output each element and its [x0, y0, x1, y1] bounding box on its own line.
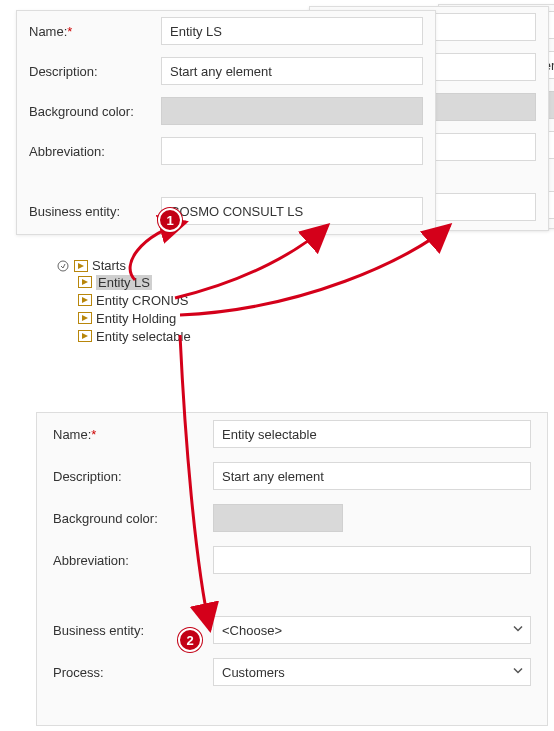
- tree-item-label: Entity CRONUS: [96, 293, 188, 308]
- chevron-down-icon: [512, 665, 524, 680]
- description-label: Description:: [53, 469, 213, 484]
- tree-root[interactable]: Starts: [56, 258, 191, 273]
- process-label: Process:: [53, 665, 213, 680]
- description-field[interactable]: [161, 57, 423, 85]
- bgcolor-label: Background color:: [29, 104, 161, 119]
- svg-point-0: [58, 261, 68, 271]
- tree-item-label: Entity LS: [96, 275, 152, 290]
- business-entity-field[interactable]: [161, 197, 423, 225]
- bgcolor-swatch[interactable]: [161, 97, 423, 125]
- name-label: Name:*: [29, 24, 161, 39]
- tree-view: Starts Entity LS Entity CRONUS Entity Ho…: [56, 258, 191, 345]
- start-element-icon: [78, 330, 92, 342]
- tree-item-entity-selectable[interactable]: Entity selectable: [78, 327, 191, 345]
- abbreviation-label: Abbreviation:: [29, 144, 161, 159]
- tree-item-entity-holding[interactable]: Entity Holding: [78, 309, 191, 327]
- chevron-down-icon: [512, 623, 524, 638]
- abbreviation-label: Abbreviation:: [53, 553, 213, 568]
- tree-item-label: Entity Holding: [96, 311, 176, 326]
- business-entity-dropdown[interactable]: <Choose>: [213, 616, 531, 644]
- process-dropdown[interactable]: Customers: [213, 658, 531, 686]
- callout-badge-2: 2: [178, 628, 202, 652]
- start-element-icon: [78, 294, 92, 306]
- name-field[interactable]: [213, 420, 531, 448]
- description-label: Description:: [29, 64, 161, 79]
- tree-item-label: Entity selectable: [96, 329, 191, 344]
- name-field[interactable]: [161, 17, 423, 45]
- property-card-1: Name:* Description: Background color: Ab…: [16, 10, 436, 235]
- collapse-icon[interactable]: [56, 259, 70, 273]
- dropdown-value: Customers: [222, 665, 285, 680]
- start-element-icon: [78, 312, 92, 324]
- name-label: Name:*: [53, 427, 213, 442]
- start-element-icon: [78, 276, 92, 288]
- tree-item-entity-cronus[interactable]: Entity CRONUS: [78, 291, 191, 309]
- abbreviation-field[interactable]: [213, 546, 531, 574]
- abbreviation-field[interactable]: [161, 137, 423, 165]
- tree-root-label: Starts: [92, 258, 126, 273]
- callout-badge-1: 1: [158, 208, 182, 232]
- detail-panel: Name:* Description: Background color: Ab…: [36, 412, 548, 726]
- business-entity-label: Business entity:: [29, 204, 161, 219]
- bgcolor-label: Background color:: [53, 511, 213, 526]
- dropdown-value: <Choose>: [222, 623, 282, 638]
- bgcolor-swatch[interactable]: [213, 504, 343, 532]
- folder-start-icon: [74, 260, 88, 272]
- description-field[interactable]: [213, 462, 531, 490]
- tree-item-entity-ls[interactable]: Entity LS: [78, 273, 191, 291]
